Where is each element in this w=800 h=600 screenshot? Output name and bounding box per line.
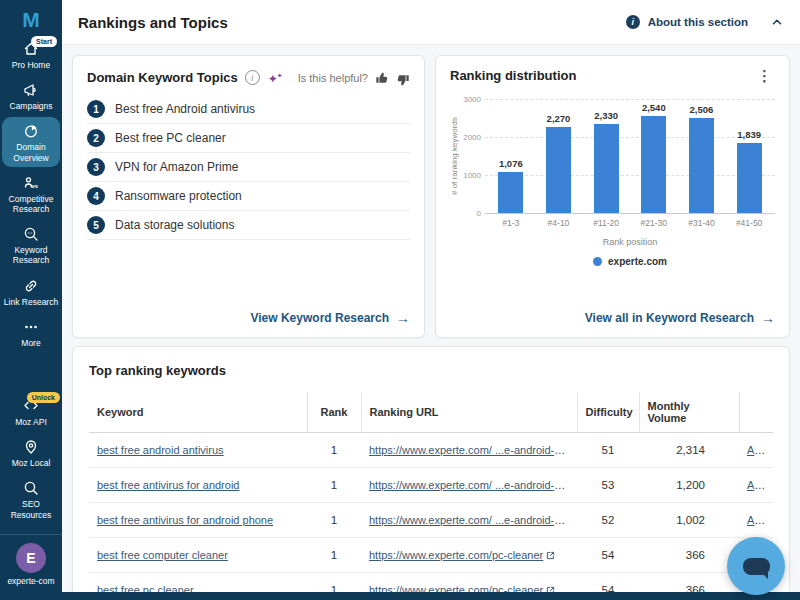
table-row: best free antivirus for android 1 https:… bbox=[89, 468, 773, 503]
keyword-link[interactable]: best free antivirus for android bbox=[97, 479, 239, 491]
sidebar-item-label: Campaigns bbox=[10, 101, 53, 111]
view-all-keyword-research-link[interactable]: View all in Keyword Research → bbox=[450, 311, 775, 325]
thumbs-down-button[interactable] bbox=[396, 73, 410, 87]
external-link-icon bbox=[546, 551, 555, 560]
rank-value: 1 bbox=[307, 503, 361, 538]
main-area: Rankings and Topics i About this section… bbox=[62, 0, 800, 592]
topic-number: 3 bbox=[87, 158, 105, 176]
topic-item: 5 Data storage solutions bbox=[87, 211, 410, 240]
topic-label: Best free Android antivirus bbox=[115, 102, 255, 116]
link-icon bbox=[22, 277, 40, 295]
more-dots-icon bbox=[22, 318, 40, 336]
analyze-serp-link[interactable]: Analyze SERP bbox=[747, 514, 773, 526]
topic-number: 1 bbox=[87, 100, 105, 118]
x-tick: #4-10 bbox=[538, 218, 578, 228]
sidebar-item-domain-overview[interactable]: Domain Overview bbox=[2, 117, 60, 166]
domain-keyword-topics-card: Domain Keyword Topics i ✦✦ Is this helpf… bbox=[72, 55, 425, 338]
keyword-link[interactable]: best free antivirus for android phone bbox=[97, 514, 273, 526]
view-keyword-research-link[interactable]: View Keyword Research → bbox=[87, 311, 410, 325]
competitive-vs-icon: vs bbox=[22, 174, 40, 192]
table-row: best free android antivirus 1 https://ww… bbox=[89, 433, 773, 468]
sidebar-item-competitive-research[interactable]: vs Competitive Research bbox=[2, 169, 60, 218]
location-pin-icon bbox=[22, 438, 40, 456]
sidebar-item-seo-resources[interactable]: SEO Resources bbox=[2, 474, 60, 523]
topic-label: Best free PC cleaner bbox=[115, 131, 226, 145]
bar-group: 2,270 bbox=[538, 99, 578, 213]
sidebar-item-label: Pro Home bbox=[12, 60, 50, 70]
rank-value: 1 bbox=[307, 468, 361, 503]
about-section-link[interactable]: About this section bbox=[648, 16, 748, 28]
arrow-right-icon: → bbox=[761, 311, 775, 325]
start-badge: Start bbox=[31, 36, 57, 47]
sidebar-item-moz-local[interactable]: Moz Local bbox=[2, 433, 60, 472]
topic-label: VPN for Amazon Prime bbox=[115, 160, 238, 174]
card-title: Ranking distribution bbox=[450, 68, 576, 83]
info-icon[interactable]: i bbox=[626, 15, 640, 29]
ranking-url-link[interactable]: https://www.experte.com/pc-cleaner bbox=[369, 584, 543, 592]
bar bbox=[594, 124, 619, 213]
sidebar-item-pro-home[interactable]: Start Pro Home bbox=[2, 35, 60, 74]
info-icon[interactable]: i bbox=[245, 70, 260, 85]
sidebar-item-label: Link Research bbox=[4, 297, 58, 307]
ranking-url-link[interactable]: https://www.experte.com/ ...e-android-an… bbox=[369, 514, 577, 526]
sidebar-item-campaigns[interactable]: Campaigns bbox=[2, 76, 60, 115]
x-tick: #31-40 bbox=[681, 218, 721, 228]
x-tick: #1-3 bbox=[491, 218, 531, 228]
chat-widget-button[interactable] bbox=[727, 537, 785, 595]
sidebar-item-label: Moz API bbox=[15, 417, 47, 427]
section-header: Rankings and Topics i About this section bbox=[62, 0, 800, 45]
sidebar-item-keyword-research[interactable]: Keyword Research bbox=[2, 220, 60, 269]
sidebar-tools: Unlock Moz API Moz Local SEO Resources bbox=[0, 391, 62, 525]
bar-value-label: 2,270 bbox=[547, 113, 571, 124]
y-tick: 1000 bbox=[463, 171, 481, 180]
legend-dot-icon bbox=[593, 257, 602, 266]
volume-value: 2,314 bbox=[639, 433, 739, 468]
thumbs-up-button[interactable] bbox=[375, 71, 389, 85]
sidebar-item-more[interactable]: More bbox=[2, 313, 60, 352]
bar-value-label: 2,506 bbox=[690, 104, 714, 115]
plot-area: 1,076 2,270 2,330 bbox=[485, 99, 775, 214]
analyze-serp-link[interactable]: Analyze SERP bbox=[747, 444, 773, 456]
sidebar-divider bbox=[0, 534, 62, 535]
card-menu-button[interactable]: ⋮ bbox=[754, 68, 775, 83]
account-menu[interactable]: E experte-com bbox=[7, 543, 54, 586]
col-rank: Rank bbox=[307, 392, 361, 433]
keyword-link[interactable]: best free android antivirus bbox=[97, 444, 224, 456]
sidebar-item-link-research[interactable]: Link Research bbox=[2, 272, 60, 311]
sidebar-item-moz-api[interactable]: Unlock Moz API bbox=[2, 392, 60, 431]
ranking-url-link[interactable]: https://www.experte.com/ ...e-android-an… bbox=[369, 444, 577, 456]
bar-value-label: 2,540 bbox=[642, 102, 666, 113]
rank-value: 1 bbox=[307, 538, 361, 573]
bar-group: 2,506 bbox=[681, 99, 721, 213]
bar bbox=[689, 118, 714, 213]
bar-group: 1,076 bbox=[491, 99, 531, 213]
col-keyword: Keyword bbox=[89, 392, 307, 433]
analyze-serp-link[interactable]: Analyze SERP bbox=[747, 479, 773, 491]
ranking-url-link[interactable]: https://www.experte.com/pc-cleaner bbox=[369, 549, 543, 561]
helpful-label: Is this helpful? bbox=[298, 72, 368, 84]
topic-item: 1 Best free Android antivirus bbox=[87, 95, 410, 124]
topic-item: 4 Ransomware protection bbox=[87, 182, 410, 211]
keyword-link[interactable]: best free pc cleaner bbox=[97, 584, 194, 592]
bar bbox=[737, 143, 762, 213]
bar bbox=[498, 172, 523, 213]
app-window: M Start Pro Home Campaigns Domain Overvi… bbox=[0, 0, 800, 600]
avatar[interactable]: E bbox=[16, 543, 46, 573]
difficulty-value: 52 bbox=[577, 503, 639, 538]
card-title: Domain Keyword Topics bbox=[87, 70, 238, 85]
y-tick: 3000 bbox=[463, 95, 481, 104]
volume-value: 366 bbox=[639, 573, 739, 593]
top-ranking-keywords-card: Top ranking keywords Keyword Rank Rankin… bbox=[72, 346, 790, 592]
chat-icon bbox=[743, 558, 770, 575]
topic-number: 4 bbox=[87, 187, 105, 205]
keyword-link[interactable]: best free computer cleaner bbox=[97, 549, 228, 561]
topic-number: 2 bbox=[87, 129, 105, 147]
ranking-url-link[interactable]: https://www.experte.com/ ...e-android-an… bbox=[369, 479, 577, 491]
y-tick: 2000 bbox=[463, 133, 481, 142]
bar-value-label: 1,839 bbox=[737, 129, 761, 140]
ranking-distribution-card: Ranking distribution ⋮ # of ranking keyw… bbox=[435, 55, 790, 338]
topic-label: Data storage solutions bbox=[115, 218, 234, 232]
chart-legend: experte.com bbox=[485, 256, 775, 267]
moz-logo[interactable]: M bbox=[22, 9, 40, 30]
collapse-section-button[interactable] bbox=[770, 15, 784, 29]
